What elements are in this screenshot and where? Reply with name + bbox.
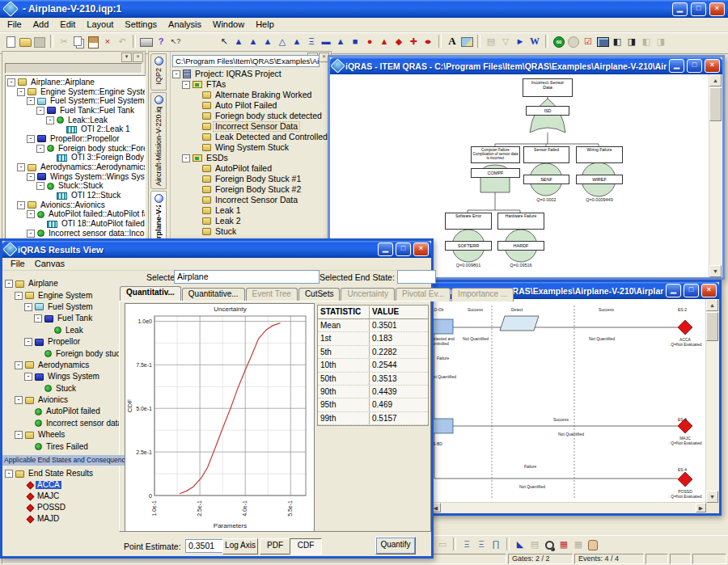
close-button[interactable]: × bbox=[701, 284, 717, 297]
ft-event-label[interactable]: SOFTERR bbox=[445, 241, 492, 251]
layout-tree-icon[interactable]: ∏ bbox=[489, 538, 502, 550]
menu-file[interactable]: File bbox=[2, 18, 28, 31]
tree-item-label[interactable]: MAJD bbox=[36, 515, 61, 523]
tree-item[interactable]: Auto Pilot Failed bbox=[172, 100, 331, 111]
paste-icon[interactable] bbox=[87, 35, 99, 48]
new-icon[interactable] bbox=[4, 35, 17, 48]
close-button[interactable]: × bbox=[705, 59, 720, 73]
tree-item[interactable]: AutoPilot failed bbox=[5, 406, 119, 417]
tree-item-label[interactable]: AutoPilot failed bbox=[214, 164, 273, 173]
tree-item[interactable]: Foreign body stuck bbox=[5, 348, 119, 359]
tree-item-label[interactable]: Project: IQRAS Project bbox=[193, 70, 283, 78]
xor-gate-icon[interactable]: △ bbox=[276, 35, 289, 48]
tree-item-label[interactable]: ESDs bbox=[205, 154, 230, 162]
expand-toggle[interactable]: - bbox=[17, 88, 25, 96]
tree-item[interactable]: Incorrect sensor data bbox=[5, 418, 119, 429]
expand-toggle[interactable]: - bbox=[182, 81, 190, 89]
tree-item-label[interactable]: Foreign Body Stuck #2 bbox=[214, 185, 303, 194]
tree-item-label[interactable]: Fuel Tank bbox=[56, 314, 94, 323]
tree-item-label[interactable]: Engine System bbox=[36, 292, 94, 300]
tree-item[interactable]: MAJD bbox=[5, 513, 119, 525]
page-setup-icon[interactable]: ▭ bbox=[436, 538, 449, 550]
tree-item[interactable]: -FTAs bbox=[172, 79, 331, 90]
tree-item-label[interactable]: Incorrect sensor data bbox=[44, 420, 119, 428]
tree-item-label[interactable]: Auto Pilot Failed bbox=[214, 101, 278, 110]
vertical-scrollbar[interactable]: ▲ ▼ bbox=[705, 299, 719, 503]
print-icon[interactable] bbox=[140, 35, 153, 48]
minimize-button[interactable]: ▁ bbox=[378, 242, 393, 256]
tree-item[interactable]: -Wheels bbox=[5, 429, 119, 441]
expand-toggle[interactable]: - bbox=[24, 303, 32, 311]
tree-item-label[interactable]: Airplane::Airplane bbox=[29, 78, 96, 86]
esd-end-state-label[interactable]: MAJC : Q=Not Evaluated bbox=[665, 436, 705, 446]
ft-branch-box[interactable]: Wiring Failure bbox=[576, 146, 623, 163]
maximize-button[interactable]: □ bbox=[687, 59, 702, 73]
pan-hand-icon[interactable] bbox=[586, 538, 599, 550]
menu-analysis[interactable]: Analysis bbox=[163, 18, 207, 31]
check-icon[interactable]: ☑ bbox=[582, 35, 595, 48]
tree-item[interactable]: Leak Detected and Controlled bbox=[172, 132, 331, 142]
tree-item[interactable]: -Fuel System::Fuel System bbox=[7, 96, 145, 106]
selected-level-field[interactable]: Airplane bbox=[174, 270, 320, 284]
tree-item[interactable]: Foriegn body stuck detected bbox=[172, 111, 331, 121]
tree-item[interactable]: -Propellor::Propellor bbox=[7, 134, 145, 144]
file-tab-1[interactable]: IQP2 bbox=[150, 53, 167, 91]
circle-event-icon[interactable]: ● bbox=[363, 35, 376, 48]
expand-toggle[interactable]: - bbox=[182, 154, 190, 162]
zoom-icon[interactable] bbox=[543, 538, 556, 550]
expand-toggle[interactable]: - bbox=[15, 396, 23, 404]
select-cursor-icon[interactable]: ↖ bbox=[218, 35, 231, 48]
maximize-button[interactable]: □ bbox=[396, 242, 411, 256]
tree-item[interactable]: AutoPilot failed bbox=[172, 163, 331, 174]
word-export-icon[interactable]: W bbox=[528, 35, 541, 48]
expand-toggle[interactable]: - bbox=[17, 201, 25, 209]
expand-toggle[interactable]: - bbox=[34, 314, 42, 323]
tree-item-label[interactable]: AutoPilot failed::AutoPilot failed bbox=[47, 210, 145, 218]
tree-item-label[interactable]: Aerodynamics bbox=[36, 361, 91, 369]
expand-toggle[interactable]: - bbox=[27, 97, 35, 105]
expand-toggle[interactable]: - bbox=[27, 173, 35, 181]
tree-item-label[interactable]: Avionics bbox=[36, 396, 70, 404]
red-oval-icon[interactable]: ● bbox=[418, 35, 437, 48]
tree-item[interactable]: Tires Failed bbox=[5, 441, 119, 452]
tree-item-label[interactable]: Leak 2 bbox=[214, 217, 243, 226]
tree-item[interactable]: Wing System Stuck bbox=[172, 142, 331, 153]
expand-toggle[interactable]: - bbox=[17, 163, 25, 171]
tree-item-label[interactable]: Fuel Tank::Fuel Tank bbox=[58, 107, 136, 115]
open-icon[interactable] bbox=[19, 35, 32, 48]
tree-item[interactable]: -Airplane bbox=[5, 278, 119, 289]
and-gate-icon[interactable]: ▲ bbox=[247, 35, 260, 48]
tree-item-label[interactable]: Incorrect Sensor Data bbox=[214, 196, 299, 204]
file-tab-2[interactable]: Aircraft-Mission-V-220.iqp bbox=[150, 92, 167, 189]
tree-item[interactable]: POSSD bbox=[5, 502, 119, 513]
tree-item-label[interactable]: Propellor bbox=[46, 338, 82, 346]
tree-item-label[interactable]: Fuel System bbox=[46, 303, 95, 311]
expand-toggle[interactable]: - bbox=[36, 182, 44, 190]
tree-item-label[interactable]: Foreign Body Stuck #1 bbox=[214, 175, 303, 183]
tree-item-label[interactable]: Fuel System::Fuel System bbox=[49, 97, 145, 105]
tree-item-label[interactable]: Stuck::Stuck bbox=[57, 182, 105, 190]
tree-item-label[interactable]: Propellor::Propellor bbox=[49, 135, 121, 143]
expand-toggle[interactable]: - bbox=[5, 280, 13, 288]
ft-branch-box[interactable]: Computer Failure Complication of sensor … bbox=[471, 146, 520, 163]
tab-event-tree[interactable]: Event Tree bbox=[246, 288, 298, 301]
ft-gate-label[interactable]: ISD bbox=[526, 106, 569, 116]
help-icon[interactable]: ? bbox=[154, 35, 167, 48]
tree-item-label[interactable]: Foreign body stuck bbox=[54, 350, 119, 358]
tree-item-label[interactable]: Stuck bbox=[54, 385, 78, 393]
image-icon[interactable] bbox=[460, 35, 473, 48]
expand-toggle[interactable]: - bbox=[7, 78, 15, 86]
stamp-icon[interactable]: ▤ bbox=[528, 538, 541, 550]
tree-item[interactable]: -Wings System::Wings System bbox=[7, 172, 145, 182]
ft-branch-box[interactable]: Software Error bbox=[445, 213, 492, 230]
ft-branch-box[interactable]: Sensor Failed bbox=[523, 146, 569, 163]
minimize-button[interactable]: ▁ bbox=[666, 284, 681, 297]
monitor-icon[interactable] bbox=[596, 35, 609, 48]
main-titlebar[interactable]: - Airplane-V-210.iqp:1 ▁ □ × bbox=[0, 0, 728, 18]
tree-item-label[interactable]: Wings System::Wings System bbox=[49, 173, 145, 181]
tree-item[interactable]: Leak 2 bbox=[172, 216, 331, 226]
expand-toggle[interactable]: - bbox=[36, 145, 44, 153]
tree-item-label[interactable]: Foreign body stuck::Foreign body stuck bbox=[57, 145, 145, 153]
tree-item[interactable]: Stuck bbox=[5, 383, 119, 394]
tree-item-label[interactable]: POSSD bbox=[36, 504, 67, 512]
